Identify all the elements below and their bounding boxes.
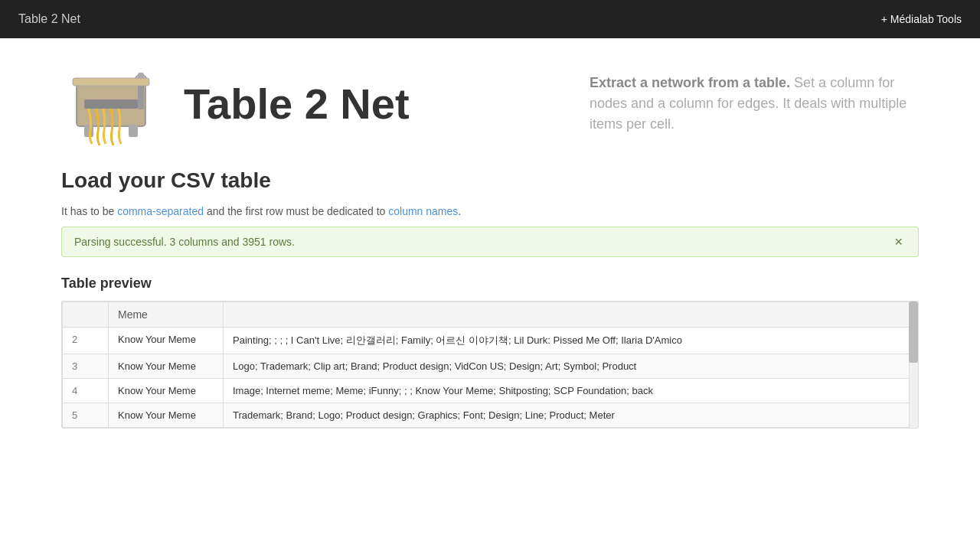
scrollbar[interactable]: [909, 302, 918, 428]
svg-rect-1: [84, 99, 138, 109]
navbar: Table 2 Net + Médialab Tools: [0, 0, 980, 38]
row-num: 5: [63, 403, 109, 428]
column-names-link[interactable]: column names: [388, 205, 458, 217]
preview-table: Meme 2 Know Your Meme Painting; ; ; ; I …: [62, 302, 918, 428]
row-meme: Know Your Meme: [109, 379, 224, 403]
section-title: Load your CSV table: [61, 168, 919, 193]
table-container: Meme 2 Know Your Meme Painting; ; ; ; I …: [61, 301, 919, 429]
row-meme: Know Your Meme: [109, 354, 224, 379]
row-num: 3: [63, 354, 109, 379]
row-meme: Know Your Meme: [109, 403, 224, 428]
svg-rect-7: [73, 78, 149, 86]
table-row: 4 Know Your Meme Image; Internet meme; M…: [63, 379, 918, 403]
medialab-link[interactable]: + Médialab Tools: [881, 13, 962, 25]
row-data: Image; Internet meme; Meme; iFunny; ; ; …: [224, 379, 918, 403]
row-data: Trademark; Brand; Logo; Product design; …: [224, 403, 918, 428]
main-content: Load your CSV table It has to be comma-s…: [0, 161, 980, 459]
table-preview-title: Table preview: [61, 276, 919, 292]
hero-title: Table 2 Net: [184, 79, 410, 129]
header-num: [63, 302, 109, 328]
alert-close-button[interactable]: ×: [891, 235, 906, 249]
table-row: 2 Know Your Meme Painting; ; ; ; I Can't…: [63, 328, 918, 354]
csv-hint-prefix: It has to be: [61, 205, 117, 217]
header-data: [224, 302, 918, 328]
row-meme: Know Your Meme: [109, 328, 224, 354]
svg-rect-6: [129, 125, 138, 137]
row-data: Painting; ; ; ; I Can't Live; 리안갤러리; Fam…: [224, 328, 918, 354]
comma-separated-link[interactable]: comma-separated: [117, 205, 204, 217]
table-row: 3 Know Your Meme Logo; Trademark; Clip a…: [63, 354, 918, 379]
scrollbar-thumb: [909, 302, 918, 363]
alert-text: Parsing successful. 3 columns and 3951 r…: [74, 236, 295, 248]
row-num: 4: [63, 379, 109, 403]
row-data: Logo; Trademark; Clip art; Brand; Produc…: [224, 354, 918, 379]
app-title: Table 2 Net: [18, 12, 80, 26]
table-row: 5 Know Your Meme Trademark; Brand; Logo;…: [63, 403, 918, 428]
parse-alert: Parsing successful. 3 columns and 3951 r…: [61, 227, 919, 257]
pasta-icon: [61, 61, 168, 145]
hero-description: Extract a network from a table. Set a co…: [590, 73, 919, 135]
hero-left: Table 2 Net: [61, 61, 410, 145]
csv-hint-suffix: .: [458, 205, 461, 217]
hero-desc-bold: Extract a network from a table.: [590, 75, 790, 90]
row-num: 2: [63, 328, 109, 354]
table-body: 2 Know Your Meme Painting; ; ; ; I Can't…: [63, 328, 918, 428]
csv-hint-middle: and the first row must be dedicated to: [204, 205, 388, 217]
csv-hint: It has to be comma-separated and the fir…: [61, 205, 919, 217]
table-header-row: Meme: [63, 302, 918, 328]
hero-section: Table 2 Net Extract a network from a tab…: [0, 38, 980, 161]
header-meme: Meme: [109, 302, 224, 328]
